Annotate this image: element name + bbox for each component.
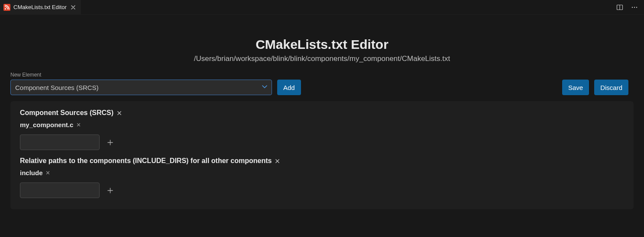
new-element-select[interactable]: Component Sources (SRCS) bbox=[10, 80, 272, 95]
form-card: Component Sources (SRCS) my_component.c bbox=[10, 101, 634, 209]
remove-section-icon[interactable] bbox=[274, 158, 280, 164]
plus-icon[interactable] bbox=[106, 186, 114, 195]
tab-bar: CMakeLists.txt Editor bbox=[0, 0, 644, 15]
toolbar-right: Save Discard bbox=[562, 80, 634, 95]
more-actions-icon[interactable] bbox=[630, 3, 639, 12]
save-button[interactable]: Save bbox=[562, 80, 589, 95]
page-title: CMakeLists.txt Editor bbox=[10, 37, 634, 52]
editor-content: CMakeLists.txt Editor /Users/brian/works… bbox=[0, 15, 644, 220]
tab-title: CMakeLists.txt Editor bbox=[13, 4, 67, 10]
chip-text: my_component.c bbox=[20, 121, 73, 128]
file-rss-icon bbox=[3, 4, 10, 11]
svg-point-6 bbox=[636, 7, 637, 8]
remove-section-icon[interactable] bbox=[116, 110, 122, 116]
add-row-include bbox=[20, 183, 624, 198]
close-icon[interactable] bbox=[70, 4, 77, 11]
svg-point-5 bbox=[634, 7, 635, 8]
new-src-input[interactable] bbox=[20, 135, 100, 150]
chip-text: include bbox=[20, 169, 43, 176]
section-title-text: Relative paths to the components (INCLUD… bbox=[20, 157, 272, 165]
toolbar-row: New Element Component Sources (SRCS) Add… bbox=[10, 72, 634, 95]
section-title-include-dirs: Relative paths to the components (INCLUD… bbox=[20, 157, 624, 165]
add-row-srcs bbox=[20, 135, 624, 150]
split-editor-icon[interactable] bbox=[615, 3, 624, 12]
tabbar-actions bbox=[615, 0, 644, 15]
new-element-selected-text: Component Sources (SRCS) bbox=[15, 84, 99, 91]
remove-chip-icon[interactable] bbox=[76, 122, 81, 128]
chips-row-srcs: my_component.c bbox=[20, 121, 624, 128]
discard-button[interactable]: Discard bbox=[594, 80, 628, 95]
tab-cmakelists-editor[interactable]: CMakeLists.txt Editor bbox=[0, 0, 81, 14]
chip-item: my_component.c bbox=[20, 121, 81, 128]
svg-point-4 bbox=[632, 7, 633, 8]
section-title-text: Component Sources (SRCS) bbox=[20, 109, 113, 117]
chip-item: include bbox=[20, 169, 51, 176]
chevron-down-icon bbox=[261, 83, 268, 92]
new-element-group: New Element Component Sources (SRCS) bbox=[10, 72, 272, 95]
add-button[interactable]: Add bbox=[277, 80, 301, 95]
chips-row-include: include bbox=[20, 169, 624, 176]
page-subtitle: /Users/brian/workspace/blink/blink/compo… bbox=[10, 54, 634, 63]
remove-chip-icon[interactable] bbox=[45, 170, 51, 176]
new-include-input[interactable] bbox=[20, 183, 100, 198]
section-title-srcs: Component Sources (SRCS) bbox=[20, 109, 624, 117]
plus-icon[interactable] bbox=[106, 138, 114, 147]
new-element-label: New Element bbox=[10, 72, 272, 78]
svg-point-1 bbox=[5, 8, 6, 10]
